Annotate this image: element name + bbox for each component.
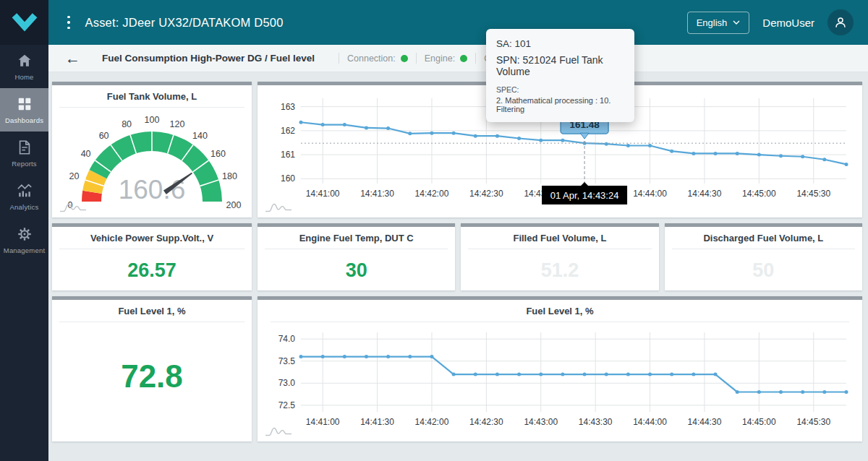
sidebar-item-management[interactable]: Management	[0, 218, 48, 262]
fuel-level-chart-card: Fuel Level 1, % 72.573.073.574.014:41:00…	[258, 296, 862, 441]
gauge-tick-label: 180	[222, 171, 237, 181]
y-tick-label: 162	[281, 126, 295, 136]
fuel-level-chart[interactable]: 72.573.073.574.014:41:0014:41:3014:42:00…	[263, 325, 856, 435]
data-point	[670, 373, 673, 376]
stat-value: 30	[258, 259, 455, 282]
x-tick-label: 14:45:30	[796, 417, 830, 427]
y-tick-label: 73.5	[278, 356, 296, 366]
data-point	[539, 139, 542, 142]
card-title: Fuel Level 1, %	[271, 300, 849, 322]
data-point	[299, 121, 303, 124]
data-point	[474, 134, 477, 138]
status-engine: Engine:	[425, 53, 467, 64]
gauge-tick-label: 100	[145, 115, 160, 125]
spn-tooltip-spec-value: 2. Mathematical processing : 10. Filteri…	[496, 96, 624, 113]
data-point	[495, 134, 499, 138]
fuel-tank-volume-gauge-card: Fuel Tank Volume, L 02040608010012014016…	[52, 82, 252, 217]
divider	[416, 53, 417, 64]
sparkline-icon	[59, 202, 87, 214]
gauge-tick-label: 120	[169, 119, 184, 129]
gauge-tick-label: 20	[69, 171, 80, 181]
data-point	[408, 355, 412, 358]
data-point	[692, 152, 695, 155]
data-point	[408, 132, 412, 135]
app-header: Asset: JDeer UX32/DATAKOM D500 English D…	[48, 0, 868, 45]
gauge-tick-label: 160	[210, 149, 226, 159]
x-tick-label: 14:42:30	[469, 417, 503, 427]
language-selector[interactable]: English	[687, 12, 750, 34]
data-point	[757, 390, 761, 394]
data-point	[757, 153, 761, 157]
sidebar-item-home[interactable]: Home	[0, 45, 48, 88]
data-point	[845, 390, 848, 394]
gauge-tick-label: 60	[99, 131, 109, 141]
x-tick-label: 14:42:30	[469, 189, 503, 199]
stat-value: 26.57	[52, 259, 252, 282]
sidebar: Home Dashboards	[0, 0, 48, 461]
dashboard-title: Fuel Consumption High-Power DG / Fuel le…	[102, 53, 315, 64]
sidebar-nav: Home Dashboards	[0, 45, 48, 262]
data-point	[692, 373, 695, 376]
data-point	[714, 373, 718, 376]
sidebar-item-label: Reports	[12, 160, 37, 168]
card-title: Vehicle Power Supp.Volt., V	[59, 227, 244, 249]
status-connection: Connection:	[347, 53, 408, 64]
analytics-icon	[17, 183, 33, 199]
stat-value: 50	[665, 259, 862, 282]
x-tick-label: 14:42:00	[415, 417, 449, 427]
card-title: Engine Fuel Temp, DUT C	[265, 227, 448, 249]
divider	[475, 53, 476, 64]
data-point	[539, 373, 542, 376]
back-button[interactable]: ←	[65, 51, 80, 66]
data-point	[605, 373, 608, 376]
x-tick-label: 14:45:00	[742, 417, 776, 427]
gauge-tick-label: 80	[122, 119, 132, 129]
status-label: Connection:	[347, 53, 396, 64]
data-point	[714, 152, 718, 155]
spn-tooltip-spn: SPN: 521024 Fuel Tank Volume	[496, 54, 624, 77]
data-point	[365, 355, 368, 358]
x-tick-label: 14:44:30	[688, 417, 722, 427]
app-logo[interactable]	[0, 0, 48, 45]
management-icon	[17, 226, 33, 242]
data-point	[299, 355, 303, 358]
card-title: Fuel Level 1, %	[59, 300, 244, 322]
data-point	[474, 373, 477, 376]
dashboard-content: Fuel Tank Volume, L 02040608010012014016…	[48, 72, 868, 461]
card-title: Filled Fuel Volume, L	[468, 227, 651, 249]
data-point	[605, 142, 608, 146]
kebab-menu-icon[interactable]	[64, 13, 73, 33]
data-point	[343, 123, 346, 126]
sidebar-item-analytics[interactable]: Analytics	[0, 175, 48, 218]
sidebar-item-label: Management	[4, 246, 45, 254]
data-point	[495, 373, 499, 376]
y-tick-label: 73.0	[278, 378, 296, 388]
axis-tooltip-pointer	[581, 182, 588, 186]
avatar[interactable]	[827, 9, 854, 35]
fuel-tank-volume-gauge: 020406080100120140160180200160.6	[52, 108, 252, 215]
data-point	[801, 390, 804, 394]
data-point	[801, 155, 804, 158]
y-tick-label: 161	[281, 150, 295, 160]
x-tick-label: 14:45:00	[742, 189, 776, 199]
data-point	[561, 373, 564, 376]
data-point	[343, 355, 346, 358]
data-point	[670, 150, 673, 153]
card-title: Discharged Fuel Volume, L	[672, 227, 855, 249]
data-point	[845, 163, 848, 166]
sidebar-item-label: Dashboards	[5, 116, 43, 124]
x-tick-label: 14:44:00	[633, 417, 667, 427]
x-tick-label: 14:44:00	[633, 189, 667, 199]
x-tick-label: 14:41:30	[360, 189, 394, 199]
sidebar-item-dashboards[interactable]: Dashboards	[0, 88, 48, 132]
sidebar-item-reports[interactable]: Reports	[0, 132, 48, 175]
x-tick-label: 14:44:30	[688, 189, 722, 199]
x-tick-label: 14:45:30	[796, 189, 830, 199]
data-point	[822, 390, 826, 394]
data-point	[779, 154, 783, 158]
x-tick-label: 14:43:30	[579, 417, 613, 427]
data-point	[626, 373, 630, 376]
data-point	[321, 123, 325, 126]
series-line	[301, 357, 846, 392]
axis-tooltip-text: 01 Apr, 14:43:24	[550, 190, 619, 201]
